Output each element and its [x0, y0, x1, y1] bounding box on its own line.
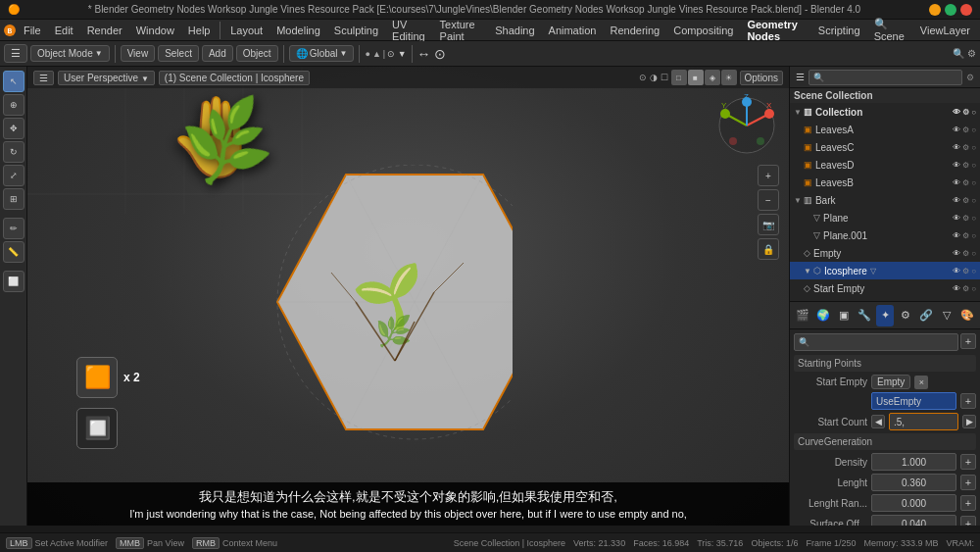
empty-render[interactable]: ○	[971, 249, 976, 258]
plane-render[interactable]: ○	[971, 214, 976, 223]
bark-eye[interactable]: 👁	[953, 196, 960, 205]
lenght-ran-add-btn[interactable]: +	[960, 495, 976, 511]
outliner-item-plane001[interactable]: ▽ Plane.001 👁 ⚙ ○	[790, 226, 980, 244]
outliner-item-plane[interactable]: ▽ Plane 👁 ⚙ ○	[790, 209, 980, 226]
prop-icon-scene[interactable]: 🎬	[794, 305, 812, 326]
plane-eye[interactable]: 👁	[953, 214, 960, 223]
empty-cam[interactable]: ⚙	[962, 249, 969, 258]
empty-eye[interactable]: 👁	[953, 249, 960, 258]
leavesa-eye[interactable]: 👁	[953, 125, 960, 134]
outliner-item-empty[interactable]: ◇ Empty 👁 ⚙ ○	[790, 244, 980, 262]
collection-render-icon[interactable]: ○	[971, 108, 976, 117]
snap-dropdown[interactable]: ⊙ ▼	[387, 49, 406, 59]
global-dropdown[interactable]: 🌐 Global ▼	[289, 45, 355, 62]
plane-cam[interactable]: ⚙	[962, 214, 969, 223]
prop-search-input[interactable]	[794, 333, 958, 351]
menu-uv-editing[interactable]: UV Editing	[386, 17, 432, 44]
use-empty-add-btn[interactable]: +	[960, 393, 976, 409]
prop-icon-particles[interactable]: ✦	[876, 305, 895, 326]
menu-scene[interactable]: 🔍 Scene	[868, 16, 910, 44]
rotate-tool[interactable]: ↻	[3, 141, 24, 163]
lock-btn[interactable]: 🔒	[758, 238, 779, 260]
prop-add-button[interactable]: +	[960, 333, 976, 349]
options-label[interactable]: Options	[740, 71, 783, 85]
menu-edit[interactable]: Edit	[49, 23, 79, 38]
leavesd-cam[interactable]: ⚙	[962, 161, 969, 170]
prop-icon-material[interactable]: 🎨	[957, 305, 976, 326]
render-shade-btn[interactable]: ☀	[721, 70, 737, 85]
plane001-cam[interactable]: ⚙	[962, 231, 969, 240]
select-tool[interactable]: ↖	[3, 71, 24, 92]
outliner-item-leavesb[interactable]: ▣ LeavesB 👁 ⚙ ○	[790, 174, 980, 191]
wire-shade-btn[interactable]: □	[671, 70, 687, 85]
leavesb-cam[interactable]: ⚙	[962, 178, 969, 187]
collection-eye-icon[interactable]: 👁	[953, 108, 960, 117]
zoom-in-btn[interactable]: +	[758, 165, 779, 186]
move-tool[interactable]: ✥	[3, 118, 24, 139]
view-btn[interactable]: View	[121, 45, 156, 62]
start-count-next-btn[interactable]: ▶	[962, 415, 976, 428]
start-empty-render[interactable]: ○	[971, 284, 976, 293]
menu-texture-paint[interactable]: Texture Paint	[434, 17, 488, 44]
density-field[interactable]: 1.000	[871, 453, 956, 471]
menu-modeling[interactable]: Modeling	[270, 23, 326, 38]
prop-icon-object[interactable]: ▣	[835, 305, 854, 326]
use-empty-field[interactable]: UseEmpty	[871, 392, 956, 410]
outliner-filter-icon[interactable]: ⚙	[966, 73, 974, 82]
bark-cam[interactable]: ⚙	[962, 196, 969, 205]
outliner-search-input[interactable]	[808, 70, 962, 85]
object-btn[interactable]: Object	[236, 45, 278, 62]
leavesb-render[interactable]: ○	[971, 178, 976, 187]
surface-off-field[interactable]: 0.040	[871, 515, 956, 526]
close-button[interactable]	[960, 4, 972, 16]
perspective-dropdown[interactable]: User Perspective ▼	[58, 71, 155, 85]
menu-shading[interactable]: Shading	[489, 23, 540, 38]
scale-tool[interactable]: ⤢	[3, 165, 24, 186]
prop-icon-data[interactable]: ▽	[937, 305, 956, 326]
maximize-button[interactable]	[945, 4, 956, 16]
leavesc-render[interactable]: ○	[971, 143, 976, 152]
toolbar-icon-btn[interactable]: ☰	[4, 44, 27, 63]
viewport-menu-btn[interactable]: ☰	[33, 71, 54, 85]
settings-icon[interactable]: ⚙	[967, 48, 976, 59]
gizmo-icon[interactable]: ⊙	[639, 73, 647, 82]
menu-help[interactable]: Help	[182, 23, 217, 38]
start-count-prev-btn[interactable]: ◀	[871, 415, 885, 428]
prop-icon-physics[interactable]: ⚙	[896, 305, 914, 326]
outliner-item-icosphere[interactable]: ▼ ⬡ Icosphere ▽ 👁 ⚙ ○	[790, 262, 980, 279]
density-add-btn[interactable]: +	[960, 454, 976, 470]
leavesc-eye[interactable]: 👁	[953, 143, 960, 152]
outliner-item-start-empty[interactable]: ◇ Start Empty 👁 ⚙ ○	[790, 279, 980, 297]
bark-render[interactable]: ○	[971, 196, 976, 205]
overlay-dropdown[interactable]: (1) Scene Collection | Icosphere	[159, 71, 310, 85]
start-count-field[interactable]: .5,	[889, 413, 958, 430]
start-empty-cam[interactable]: ⚙	[962, 284, 969, 293]
outliner-item-collection[interactable]: ▼ ▥ Collection 👁 ⚙ ○	[790, 103, 980, 121]
start-empty-eye[interactable]: 👁	[953, 284, 960, 293]
material-shade-btn[interactable]: ◈	[705, 70, 720, 85]
icosphere-cam[interactable]: ⚙	[962, 267, 969, 276]
menu-compositing[interactable]: Compositing	[667, 23, 739, 38]
measure-tool[interactable]: 📏	[3, 241, 24, 263]
plane001-render[interactable]: ○	[971, 231, 976, 240]
add-cube-tool[interactable]: ⬜	[3, 271, 24, 292]
menu-viewlayer[interactable]: ViewLayer	[914, 23, 976, 38]
leavesc-cam[interactable]: ⚙	[962, 143, 969, 152]
leavesa-cam[interactable]: ⚙	[962, 125, 969, 134]
minimize-button[interactable]	[929, 4, 941, 16]
object-mode-dropdown[interactable]: Object Mode ▼	[30, 45, 110, 62]
menu-scripting[interactable]: Scripting	[812, 23, 866, 38]
xray-icon[interactable]: ☐	[661, 73, 668, 82]
menu-file[interactable]: File	[18, 23, 47, 38]
plane001-eye[interactable]: 👁	[953, 231, 960, 240]
add-btn[interactable]: Add	[202, 45, 233, 62]
prop-icon-constraints[interactable]: 🔗	[916, 305, 935, 326]
proportional-btn[interactable]: ⊙	[434, 46, 446, 62]
collection-cam-icon[interactable]: ⚙	[962, 108, 969, 117]
empty-tag[interactable]: Empty	[871, 375, 910, 389]
transform-btn[interactable]: ↔	[417, 46, 431, 62]
viewport[interactable]: ☰ User Perspective ▼ (1) Scene Collectio…	[27, 67, 789, 526]
leavesd-render[interactable]: ○	[971, 161, 976, 170]
menu-geometry-nodes[interactable]: Geometry Nodes	[741, 17, 809, 44]
navigation-gizmo[interactable]: X Y Z	[715, 94, 779, 158]
